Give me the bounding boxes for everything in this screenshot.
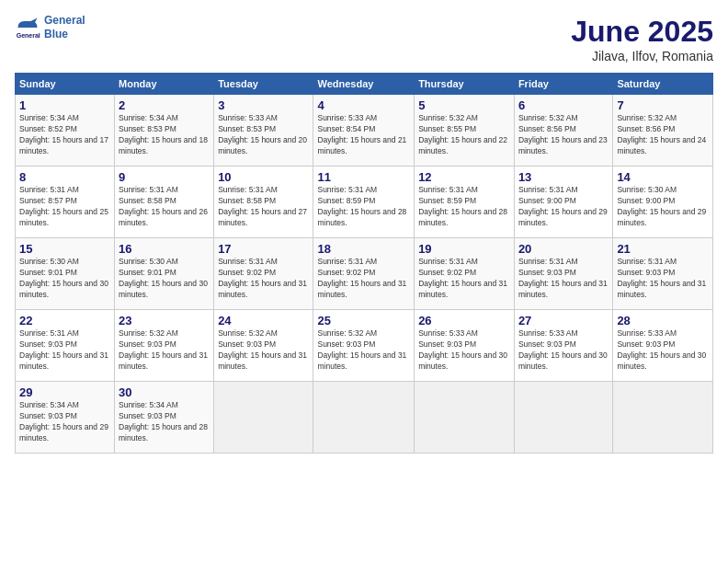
day-cell-5: 5 Sunrise: 5:32 AMSunset: 8:55 PMDayligh…	[415, 95, 515, 167]
day-cell-21: 21 Sunrise: 5:31 AMSunset: 9:03 PMDaylig…	[613, 238, 713, 310]
logo-text-block: General Blue	[44, 15, 85, 40]
day-cell-22: 22 Sunrise: 5:31 AMSunset: 9:03 PMDaylig…	[16, 310, 115, 382]
calendar-title: June 2025	[571, 15, 713, 49]
day-cell-17: 17 Sunrise: 5:31 AMSunset: 9:02 PMDaylig…	[214, 238, 313, 310]
day-cell-23: 23 Sunrise: 5:32 AMSunset: 9:03 PMDaylig…	[115, 310, 214, 382]
week-row-5: 29 Sunrise: 5:34 AMSunset: 9:03 PMDaylig…	[16, 382, 713, 454]
day-cell-13: 13 Sunrise: 5:31 AMSunset: 9:00 PMDaylig…	[514, 167, 612, 238]
header: General General Blue June 2025 Jilava, I…	[15, 15, 713, 63]
day-cell-11: 11 Sunrise: 5:31 AMSunset: 8:59 PMDaylig…	[313, 167, 415, 238]
header-saturday: Saturday	[613, 74, 713, 95]
empty-cell-4	[514, 382, 612, 454]
day-cell-24: 24 Sunrise: 5:32 AMSunset: 9:03 PMDaylig…	[214, 310, 313, 382]
logo-icon: General	[15, 15, 40, 40]
day-cell-14: 14 Sunrise: 5:30 AMSunset: 9:00 PMDaylig…	[613, 167, 713, 238]
calendar-page: General General Blue June 2025 Jilava, I…	[0, 0, 728, 563]
empty-cell-2	[313, 382, 415, 454]
week-row-3: 15 Sunrise: 5:30 AMSunset: 9:01 PMDaylig…	[16, 238, 713, 310]
weekday-header-row: Sunday Monday Tuesday Wednesday Thursday…	[16, 74, 713, 95]
empty-cell-5	[613, 382, 713, 454]
day-cell-19: 19 Sunrise: 5:31 AMSunset: 9:02 PMDaylig…	[415, 238, 515, 310]
header-friday: Friday	[514, 74, 612, 95]
day-cell-2: 2 Sunrise: 5:34 AMSunset: 8:53 PMDayligh…	[115, 95, 214, 167]
day-cell-12: 12 Sunrise: 5:31 AMSunset: 8:59 PMDaylig…	[415, 167, 515, 238]
calendar-subtitle: Jilava, Ilfov, Romania	[571, 49, 713, 63]
logo: General General Blue	[15, 15, 85, 40]
header-monday: Monday	[115, 74, 214, 95]
day-cell-6: 6 Sunrise: 5:32 AMSunset: 8:56 PMDayligh…	[514, 95, 612, 167]
day-cell-8: 8 Sunrise: 5:31 AMSunset: 8:57 PMDayligh…	[16, 167, 115, 238]
day-cell-3: 3 Sunrise: 5:33 AMSunset: 8:53 PMDayligh…	[214, 95, 313, 167]
day-cell-9: 9 Sunrise: 5:31 AMSunset: 8:58 PMDayligh…	[115, 167, 214, 238]
logo-line2: Blue	[44, 28, 85, 40]
day-cell-29: 29 Sunrise: 5:34 AMSunset: 9:03 PMDaylig…	[16, 382, 115, 454]
day-cell-7: 7 Sunrise: 5:32 AMSunset: 8:56 PMDayligh…	[613, 95, 713, 167]
day-cell-28: 28 Sunrise: 5:33 AMSunset: 9:03 PMDaylig…	[613, 310, 713, 382]
calendar-table: Sunday Monday Tuesday Wednesday Thursday…	[15, 73, 713, 454]
header-tuesday: Tuesday	[214, 74, 313, 95]
day-cell-20: 20 Sunrise: 5:31 AMSunset: 9:03 PMDaylig…	[514, 238, 612, 310]
day-cell-25: 25 Sunrise: 5:32 AMSunset: 9:03 PMDaylig…	[313, 310, 415, 382]
day-cell-1: 1 Sunrise: 5:34 AMSunset: 8:52 PMDayligh…	[16, 95, 115, 167]
day-cell-18: 18 Sunrise: 5:31 AMSunset: 9:02 PMDaylig…	[313, 238, 415, 310]
day-cell-15: 15 Sunrise: 5:30 AMSunset: 9:01 PMDaylig…	[16, 238, 115, 310]
header-thursday: Thursday	[415, 74, 515, 95]
empty-cell-1	[214, 382, 313, 454]
title-block: June 2025 Jilava, Ilfov, Romania	[571, 15, 713, 63]
week-row-1: 1 Sunrise: 5:34 AMSunset: 8:52 PMDayligh…	[16, 95, 713, 167]
day-cell-16: 16 Sunrise: 5:30 AMSunset: 9:01 PMDaylig…	[115, 238, 214, 310]
logo-line1: General	[44, 15, 85, 27]
week-row-2: 8 Sunrise: 5:31 AMSunset: 8:57 PMDayligh…	[16, 167, 713, 238]
day-cell-4: 4 Sunrise: 5:33 AMSunset: 8:54 PMDayligh…	[313, 95, 415, 167]
empty-cell-3	[415, 382, 515, 454]
header-sunday: Sunday	[16, 74, 115, 95]
day-cell-30: 30 Sunrise: 5:34 AMSunset: 9:03 PMDaylig…	[115, 382, 214, 454]
day-cell-10: 10 Sunrise: 5:31 AMSunset: 8:58 PMDaylig…	[214, 167, 313, 238]
day-cell-26: 26 Sunrise: 5:33 AMSunset: 9:03 PMDaylig…	[415, 310, 515, 382]
header-wednesday: Wednesday	[313, 74, 415, 95]
day-cell-27: 27 Sunrise: 5:33 AMSunset: 9:03 PMDaylig…	[514, 310, 612, 382]
week-row-4: 22 Sunrise: 5:31 AMSunset: 9:03 PMDaylig…	[16, 310, 713, 382]
svg-text:General: General	[17, 32, 40, 39]
